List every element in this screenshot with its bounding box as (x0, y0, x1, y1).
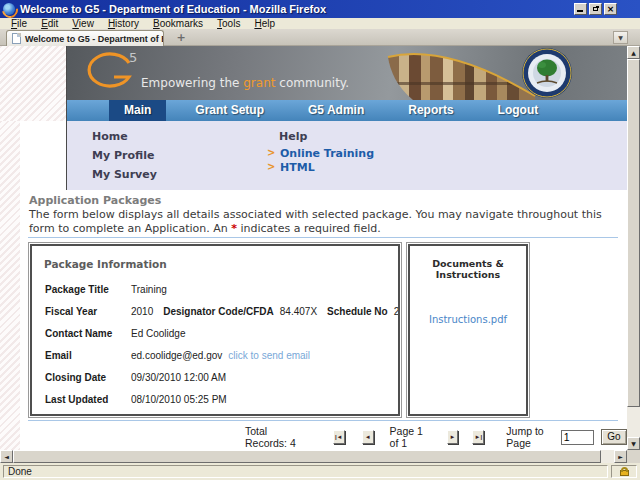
section-description: The form below displays all details asso… (29, 208, 611, 236)
window-title: Welcome to G5 - Department of Education … (20, 3, 326, 15)
scroll-left-arrow-icon[interactable]: ◄ (0, 450, 13, 463)
jump-to-page-label: Jump to Page (506, 425, 555, 449)
main-navigation: Main Grant Setup G5 Admin Reports Logout (67, 100, 627, 121)
section-title: Application Packages (29, 194, 161, 207)
bookshelf-swoosh-image (385, 46, 537, 100)
email-row: Email ed.coolidge@ed.gov click to send e… (32, 344, 398, 366)
next-page-button[interactable]: ► (447, 430, 459, 444)
minimize-icon (577, 10, 583, 12)
tab-bar: Welcome to G5 - Department of Edu... + ▼ (0, 29, 640, 46)
active-tab[interactable]: Welcome to G5 - Department of Edu... (6, 30, 164, 46)
menu-help[interactable]: Help (247, 18, 282, 29)
pagination-bar: Total Records: 4 |◄ ◄ Page 1 of 1 ► ►| J… (20, 428, 627, 446)
menu-history[interactable]: History (101, 18, 146, 29)
help-heading: Help (279, 130, 307, 143)
menu-bookmarks[interactable]: Bookmarks (146, 18, 210, 29)
restore-icon (593, 7, 598, 11)
divider-line (28, 420, 618, 421)
documents-instructions-title: Documents & Instructions (416, 258, 520, 280)
arrow-bullet-icon: > (267, 161, 280, 174)
page-header: 5 Empowering the grant community. (66, 46, 627, 190)
title-bar: Welcome to G5 - Department of Education … (0, 0, 640, 18)
g5-banner: 5 Empowering the grant community. (67, 46, 627, 100)
nav-grant-setup[interactable]: Grant Setup (180, 100, 279, 121)
page-indicator: Page 1 of 1 (390, 425, 431, 449)
browser-window: Welcome to G5 - Department of Education … (0, 0, 640, 480)
package-title-row: Package Title Training (32, 278, 398, 300)
click-to-send-email-link[interactable]: click to send email (228, 350, 310, 361)
sub-menu-panel: Home My Profile My Survey Help > Online … (67, 121, 627, 190)
vertical-scrollbar[interactable]: ▲ ▼ (627, 46, 640, 450)
contact-name-row: Contact Name Ed Coolidge (32, 322, 398, 344)
nav-logout[interactable]: Logout (483, 100, 554, 121)
horizontal-scrollbar-thumb[interactable] (13, 450, 601, 463)
documents-instructions-box: Documents & Instructions Instructions.pd… (406, 242, 530, 418)
banner-tagline: Empowering the grant community. (141, 76, 349, 90)
total-records-label: Total Records: 4 (245, 425, 303, 449)
tab-list-dropdown[interactable]: ▼ (613, 31, 628, 44)
nav-g5-admin[interactable]: G5 Admin (293, 100, 379, 121)
application-packages-section: Application Packages The form below disp… (20, 190, 627, 450)
security-panel (611, 465, 637, 478)
menu-view[interactable]: View (65, 18, 101, 29)
page-icon (12, 33, 21, 44)
sidebar-item-home[interactable]: Home (92, 130, 128, 143)
html-link[interactable]: HTML (280, 161, 315, 174)
package-information-box: Package Information Package Title Traini… (28, 242, 402, 418)
last-page-button[interactable]: ►| (472, 430, 484, 444)
nav-reports[interactable]: Reports (393, 100, 468, 121)
restore-button[interactable] (589, 3, 602, 15)
department-of-education-seal (521, 47, 573, 99)
fiscal-year-row: Fiscal Year 2010 Designator Code/CFDA 84… (32, 300, 398, 322)
status-text: Done (3, 465, 608, 478)
sidebar-item-my-survey[interactable]: My Survey (92, 168, 157, 181)
g5-logo-five: 5 (129, 50, 137, 65)
package-information-title: Package Information (44, 258, 398, 270)
nav-main[interactable]: Main (109, 100, 166, 121)
last-updated-row: Last Updated 08/10/2010 05:25 PM (32, 388, 398, 410)
lock-icon (621, 467, 628, 472)
page-viewport: 5 Empowering the grant community. (0, 46, 627, 450)
scroll-up-arrow-icon[interactable]: ▲ (627, 46, 640, 59)
closing-date-row: Closing Date 09/30/2010 12:00 AM (32, 366, 398, 388)
go-button[interactable]: Go (601, 429, 627, 445)
arrow-bullet-icon: > (267, 147, 280, 160)
menu-tools[interactable]: Tools (210, 18, 247, 29)
scroll-right-arrow-icon[interactable]: ► (614, 450, 627, 463)
horizontal-scrollbar[interactable]: ◄ ► (0, 450, 627, 463)
sidebar-item-my-profile[interactable]: My Profile (92, 149, 154, 162)
online-training-link[interactable]: Online Training (280, 147, 374, 160)
tab-title: Welcome to G5 - Department of Edu... (25, 34, 164, 44)
status-bar: Done (0, 463, 640, 480)
divider-line (28, 237, 618, 238)
previous-page-button[interactable]: ◄ (362, 430, 374, 444)
scrollbar-corner (627, 450, 640, 463)
menu-file[interactable]: File (4, 18, 34, 29)
page-background-stripes (0, 121, 20, 450)
page-background-stripes (0, 46, 66, 121)
vertical-scrollbar-thumb[interactable] (627, 59, 640, 407)
instructions-pdf-link[interactable]: Instructions.pdf (410, 314, 526, 325)
scroll-down-arrow-icon[interactable]: ▼ (627, 437, 640, 450)
firefox-icon (3, 3, 15, 15)
new-tab-button[interactable]: + (172, 32, 190, 44)
menu-edit[interactable]: Edit (34, 18, 65, 29)
tagline-grant-word: grant (243, 76, 275, 90)
jump-to-page-input[interactable] (561, 430, 594, 445)
menu-bar: File Edit View History Bookmarks Tools H… (0, 18, 640, 29)
close-button[interactable]: × (604, 3, 617, 15)
g5-logo-icon (83, 50, 135, 94)
minimize-button[interactable] (574, 3, 587, 15)
first-page-button[interactable]: |◄ (333, 430, 345, 444)
